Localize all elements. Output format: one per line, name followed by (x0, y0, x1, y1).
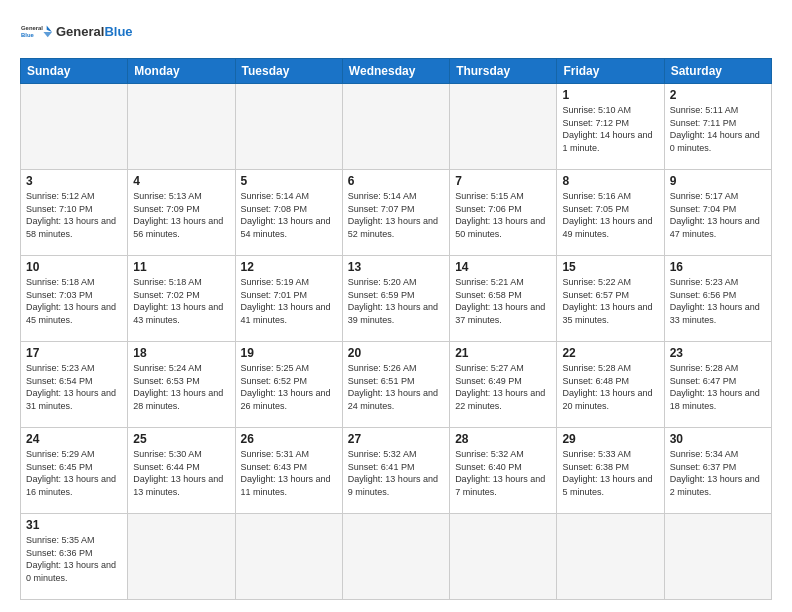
day-number: 24 (26, 432, 122, 446)
calendar-cell (557, 514, 664, 600)
day-number: 21 (455, 346, 551, 360)
day-info: Sunrise: 5:12 AM Sunset: 7:10 PM Dayligh… (26, 190, 122, 240)
calendar-cell: 6Sunrise: 5:14 AM Sunset: 7:07 PM Daylig… (342, 170, 449, 256)
calendar-cell: 23Sunrise: 5:28 AM Sunset: 6:47 PM Dayli… (664, 342, 771, 428)
day-number: 23 (670, 346, 766, 360)
day-number: 31 (26, 518, 122, 532)
day-info: Sunrise: 5:26 AM Sunset: 6:51 PM Dayligh… (348, 362, 444, 412)
svg-text:General: General (21, 25, 43, 31)
calendar-cell (21, 84, 128, 170)
day-number: 5 (241, 174, 337, 188)
calendar-cell: 27Sunrise: 5:32 AM Sunset: 6:41 PM Dayli… (342, 428, 449, 514)
calendar-cell: 11Sunrise: 5:18 AM Sunset: 7:02 PM Dayli… (128, 256, 235, 342)
calendar-cell: 15Sunrise: 5:22 AM Sunset: 6:57 PM Dayli… (557, 256, 664, 342)
day-number: 7 (455, 174, 551, 188)
day-number: 13 (348, 260, 444, 274)
calendar-table: SundayMondayTuesdayWednesdayThursdayFrid… (20, 58, 772, 600)
day-info: Sunrise: 5:11 AM Sunset: 7:11 PM Dayligh… (670, 104, 766, 154)
day-number: 26 (241, 432, 337, 446)
day-number: 28 (455, 432, 551, 446)
svg-text:Blue: Blue (21, 32, 34, 38)
day-number: 3 (26, 174, 122, 188)
calendar-cell (450, 514, 557, 600)
calendar-cell (235, 84, 342, 170)
calendar-cell: 7Sunrise: 5:15 AM Sunset: 7:06 PM Daylig… (450, 170, 557, 256)
calendar-cell: 20Sunrise: 5:26 AM Sunset: 6:51 PM Dayli… (342, 342, 449, 428)
logo-blue: Blue (104, 24, 132, 39)
calendar-cell (342, 514, 449, 600)
calendar-day-header: Saturday (664, 59, 771, 84)
day-info: Sunrise: 5:23 AM Sunset: 6:54 PM Dayligh… (26, 362, 122, 412)
page: General Blue GeneralBlue SundayMondayTue… (0, 0, 792, 612)
calendar-cell: 3Sunrise: 5:12 AM Sunset: 7:10 PM Daylig… (21, 170, 128, 256)
calendar-cell: 12Sunrise: 5:19 AM Sunset: 7:01 PM Dayli… (235, 256, 342, 342)
calendar-cell: 9Sunrise: 5:17 AM Sunset: 7:04 PM Daylig… (664, 170, 771, 256)
calendar-day-header: Wednesday (342, 59, 449, 84)
day-number: 2 (670, 88, 766, 102)
calendar-cell: 10Sunrise: 5:18 AM Sunset: 7:03 PM Dayli… (21, 256, 128, 342)
calendar-cell: 31Sunrise: 5:35 AM Sunset: 6:36 PM Dayli… (21, 514, 128, 600)
calendar-cell: 13Sunrise: 5:20 AM Sunset: 6:59 PM Dayli… (342, 256, 449, 342)
calendar-cell: 17Sunrise: 5:23 AM Sunset: 6:54 PM Dayli… (21, 342, 128, 428)
calendar-cell: 19Sunrise: 5:25 AM Sunset: 6:52 PM Dayli… (235, 342, 342, 428)
calendar-day-header: Monday (128, 59, 235, 84)
calendar-week-row: 10Sunrise: 5:18 AM Sunset: 7:03 PM Dayli… (21, 256, 772, 342)
calendar-cell: 25Sunrise: 5:30 AM Sunset: 6:44 PM Dayli… (128, 428, 235, 514)
calendar-day-header: Friday (557, 59, 664, 84)
day-info: Sunrise: 5:32 AM Sunset: 6:41 PM Dayligh… (348, 448, 444, 498)
day-info: Sunrise: 5:31 AM Sunset: 6:43 PM Dayligh… (241, 448, 337, 498)
day-number: 4 (133, 174, 229, 188)
day-number: 29 (562, 432, 658, 446)
day-info: Sunrise: 5:18 AM Sunset: 7:03 PM Dayligh… (26, 276, 122, 326)
day-number: 12 (241, 260, 337, 274)
day-info: Sunrise: 5:16 AM Sunset: 7:05 PM Dayligh… (562, 190, 658, 240)
calendar-cell: 30Sunrise: 5:34 AM Sunset: 6:37 PM Dayli… (664, 428, 771, 514)
day-info: Sunrise: 5:15 AM Sunset: 7:06 PM Dayligh… (455, 190, 551, 240)
day-info: Sunrise: 5:23 AM Sunset: 6:56 PM Dayligh… (670, 276, 766, 326)
calendar-cell: 5Sunrise: 5:14 AM Sunset: 7:08 PM Daylig… (235, 170, 342, 256)
calendar-cell: 8Sunrise: 5:16 AM Sunset: 7:05 PM Daylig… (557, 170, 664, 256)
calendar-cell: 1Sunrise: 5:10 AM Sunset: 7:12 PM Daylig… (557, 84, 664, 170)
day-info: Sunrise: 5:27 AM Sunset: 6:49 PM Dayligh… (455, 362, 551, 412)
calendar-day-header: Sunday (21, 59, 128, 84)
day-info: Sunrise: 5:20 AM Sunset: 6:59 PM Dayligh… (348, 276, 444, 326)
day-info: Sunrise: 5:35 AM Sunset: 6:36 PM Dayligh… (26, 534, 122, 584)
day-info: Sunrise: 5:22 AM Sunset: 6:57 PM Dayligh… (562, 276, 658, 326)
day-info: Sunrise: 5:30 AM Sunset: 6:44 PM Dayligh… (133, 448, 229, 498)
day-info: Sunrise: 5:17 AM Sunset: 7:04 PM Dayligh… (670, 190, 766, 240)
calendar-cell: 2Sunrise: 5:11 AM Sunset: 7:11 PM Daylig… (664, 84, 771, 170)
day-number: 30 (670, 432, 766, 446)
calendar-week-row: 24Sunrise: 5:29 AM Sunset: 6:45 PM Dayli… (21, 428, 772, 514)
day-info: Sunrise: 5:21 AM Sunset: 6:58 PM Dayligh… (455, 276, 551, 326)
calendar-week-row: 31Sunrise: 5:35 AM Sunset: 6:36 PM Dayli… (21, 514, 772, 600)
calendar-cell: 16Sunrise: 5:23 AM Sunset: 6:56 PM Dayli… (664, 256, 771, 342)
generalblue-logo-icon: General Blue (20, 16, 52, 48)
calendar-cell (450, 84, 557, 170)
day-number: 1 (562, 88, 658, 102)
calendar-cell (235, 514, 342, 600)
calendar-week-row: 3Sunrise: 5:12 AM Sunset: 7:10 PM Daylig… (21, 170, 772, 256)
day-info: Sunrise: 5:10 AM Sunset: 7:12 PM Dayligh… (562, 104, 658, 154)
day-number: 14 (455, 260, 551, 274)
day-number: 15 (562, 260, 658, 274)
logo: General Blue GeneralBlue (20, 16, 133, 48)
calendar-cell: 28Sunrise: 5:32 AM Sunset: 6:40 PM Dayli… (450, 428, 557, 514)
day-info: Sunrise: 5:28 AM Sunset: 6:47 PM Dayligh… (670, 362, 766, 412)
day-number: 10 (26, 260, 122, 274)
day-number: 22 (562, 346, 658, 360)
day-number: 17 (26, 346, 122, 360)
day-info: Sunrise: 5:33 AM Sunset: 6:38 PM Dayligh… (562, 448, 658, 498)
day-number: 8 (562, 174, 658, 188)
calendar-cell: 18Sunrise: 5:24 AM Sunset: 6:53 PM Dayli… (128, 342, 235, 428)
day-info: Sunrise: 5:13 AM Sunset: 7:09 PM Dayligh… (133, 190, 229, 240)
day-number: 6 (348, 174, 444, 188)
day-info: Sunrise: 5:24 AM Sunset: 6:53 PM Dayligh… (133, 362, 229, 412)
calendar-cell: 22Sunrise: 5:28 AM Sunset: 6:48 PM Dayli… (557, 342, 664, 428)
calendar-cell: 21Sunrise: 5:27 AM Sunset: 6:49 PM Dayli… (450, 342, 557, 428)
calendar-cell (128, 514, 235, 600)
calendar-day-header: Thursday (450, 59, 557, 84)
calendar-cell: 26Sunrise: 5:31 AM Sunset: 6:43 PM Dayli… (235, 428, 342, 514)
day-number: 18 (133, 346, 229, 360)
day-info: Sunrise: 5:32 AM Sunset: 6:40 PM Dayligh… (455, 448, 551, 498)
day-number: 11 (133, 260, 229, 274)
